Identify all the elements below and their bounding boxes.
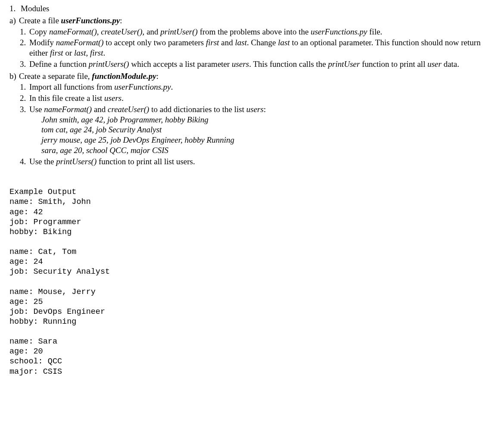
section-a: a) Create a file userFunctions.py: xyxy=(9,16,495,26)
example-output-block: Example Output name: Smith, John age: 42… xyxy=(9,187,495,376)
example-output-lines: name: Smith, John age: 42 job: Programme… xyxy=(9,197,110,376)
file-functionmodule: functionModule.py xyxy=(92,72,156,81)
b-item-3: 3. Use nameFormat() and createUser() to … xyxy=(20,104,495,156)
top-label: Modules xyxy=(21,3,50,14)
section-b-list: 1. Import all functions from userFunctio… xyxy=(20,82,495,166)
a-item-1: 1. Copy nameFormat(), createUser(), and … xyxy=(20,27,495,37)
example-output-heading: Example Output xyxy=(9,188,76,197)
document-page: 1. Modules a) Create a file userFunction… xyxy=(0,0,504,444)
b-item-3-example-2: tom cat, age 24, job Security Analyst xyxy=(41,125,266,135)
b-item-3-example-3: jerry mouse, age 25, job DevOps Engineer… xyxy=(41,135,266,145)
b-item-2: 2. In this file create a list users. xyxy=(20,93,495,103)
b-item-4: 4. Use the printUsers() function to prin… xyxy=(20,156,495,167)
b-item-1: 1. Import all functions from userFunctio… xyxy=(20,82,495,92)
a-item-3: 3. Define a function printUsers() which … xyxy=(20,59,495,69)
section-b-marker: b) xyxy=(9,71,19,81)
section-b-intro: Create a separate file, functionModule.p… xyxy=(19,71,159,81)
b-item-3-example-1: John smith, age 42, job Programmer, hobb… xyxy=(41,115,266,125)
section-a-intro: Create a file userFunctions.py: xyxy=(19,16,122,26)
b-item-3-example-4: sara, age 20, school QCC, major CSIS xyxy=(41,145,266,156)
a-item-2: 2. Modify nameFormat() to accept only tw… xyxy=(20,38,495,58)
top-number: 1. xyxy=(9,3,19,14)
top-level-item: 1. Modules xyxy=(9,3,495,14)
file-userfunctions: userFunctions.py xyxy=(61,16,120,25)
section-a-list: 1. Copy nameFormat(), createUser(), and … xyxy=(20,27,495,69)
section-b: b) Create a separate file, functionModul… xyxy=(9,71,495,81)
section-a-marker: a) xyxy=(9,16,19,26)
